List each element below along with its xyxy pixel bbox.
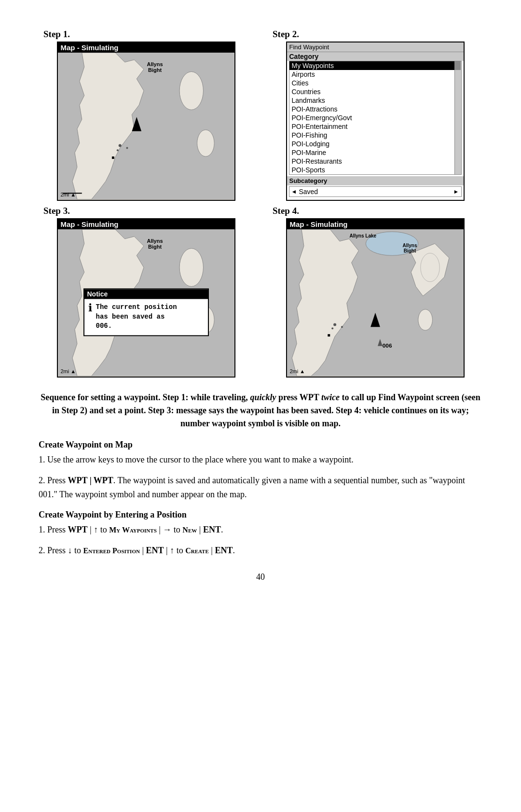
step-4-map-body: 006 Allyns Lake Allyns Bight 2mi ▲	[287, 229, 464, 376]
step-4-place-label: Allyns Bight	[403, 243, 417, 253]
step-1-label: Step 1.	[43, 29, 70, 40]
scroll-indicator[interactable]	[454, 61, 461, 174]
menu-item-mywaypoints[interactable]: My Waypoints	[289, 61, 454, 70]
notice-overlay: Notice ℹ The current positionhas been sa…	[83, 288, 209, 336]
description-text: Sequence for setting a waypoint. Step 1:…	[39, 391, 482, 430]
step-2-block: Step 2. Find Waypoint Category My Waypoi…	[268, 29, 482, 201]
section-1-para2: 2. Press WPT | WPT. The waypoint is save…	[39, 474, 482, 502]
saved-arrow-right-icon: ►	[453, 188, 459, 195]
menu-item-poi-sports[interactable]: POI-Sports	[289, 166, 454, 174]
svg-point-5	[126, 147, 128, 149]
step-2-screen: Find Waypoint Category My Waypoints Airp…	[286, 42, 465, 201]
step-4-screen: Map - Simulating 006	[286, 218, 465, 378]
step-4-block: Step 4. Map - Simulating	[268, 206, 482, 378]
menu-item-poi-lodging[interactable]: POI-Lodging	[289, 140, 454, 148]
step-1-screen: Map - Simulating	[57, 42, 235, 201]
section-2: Create Waypoint by Entering a Position 1…	[39, 510, 482, 558]
section-1-heading: Create Waypoint on Map	[39, 440, 482, 450]
menu-item-cities[interactable]: Cities	[289, 79, 454, 87]
svg-rect-30	[328, 334, 330, 336]
menu-item-poi-entertainment[interactable]: POI-Entertainment	[289, 122, 454, 131]
notice-title: Notice	[84, 289, 208, 299]
new-label: New	[182, 526, 197, 534]
step-1-map-body: Allyns Bight 2mi ▲	[58, 53, 234, 199]
my-waypoints-label: My Waypoints	[109, 526, 157, 534]
step-2-title: Find Waypoint	[287, 42, 464, 52]
step-3-screen: Map - Simulating Allyns Bight	[57, 218, 235, 378]
svg-point-27	[333, 323, 336, 326]
step-2-category-header: Category	[287, 52, 464, 61]
step-1-title: Map - Simulating	[58, 42, 234, 53]
notice-body: ℹ The current positionhas been saved as0…	[84, 299, 208, 335]
step-3-block: Step 3. Map - Simulating Allyns Bight	[39, 206, 253, 378]
step-1-place-label: Allyns Bight	[147, 61, 163, 73]
svg-point-22	[420, 253, 439, 281]
menu-item-countries[interactable]: Countries	[289, 87, 454, 96]
step-2-saved-row: ◄ Saved ►	[289, 186, 462, 197]
step-3-place-label: Allyns Bight	[147, 238, 163, 250]
saved-label: Saved	[299, 188, 318, 196]
svg-point-2	[179, 71, 203, 110]
menu-item-poi-marine[interactable]: POI-Marine	[289, 148, 454, 157]
step-1-map-svg	[58, 53, 234, 199]
description-block: Sequence for setting a waypoint. Step 1:…	[39, 391, 482, 430]
section-1-para1: 1. Use the arrow keys to move the cursor…	[39, 453, 482, 467]
svg-point-6	[116, 149, 118, 151]
notice-text: The current positionhas been saved as006…	[96, 303, 177, 331]
step-4-title: Map - Simulating	[287, 219, 464, 229]
section-2-heading: Create Waypoint by Entering a Position	[39, 510, 482, 520]
menu-item-poi-fishing[interactable]: POI-Fishing	[289, 131, 454, 140]
menu-item-airports[interactable]: Airports	[289, 70, 454, 79]
page-number: 40	[39, 572, 482, 582]
section-1: Create Waypoint on Map 1. Use the arrow …	[39, 440, 482, 501]
saved-arrow-left-icon: ◄	[291, 188, 297, 195]
steps-grid: Step 1. Map - Simulating	[39, 29, 482, 378]
section-2-step2: 2. Press ↓ to Entered Position | ENT | ↑…	[39, 544, 482, 558]
step-2-scroll-area: My Waypoints Airports Cities Countries L…	[289, 61, 462, 175]
svg-point-3	[197, 130, 214, 156]
step-3-label: Step 3.	[43, 206, 70, 216]
svg-point-23	[418, 309, 432, 330]
step-3-map-body: Allyns Bight Notice ℹ The current positi…	[58, 229, 234, 376]
svg-rect-7	[111, 156, 114, 159]
step-3-scale: 2mi ▲	[61, 368, 76, 374]
step-4-map-svg: 006	[287, 229, 464, 376]
step-2-subcategory-header: Subcategory	[287, 176, 464, 185]
svg-point-28	[341, 326, 343, 328]
entered-position-label: Entered Position	[83, 546, 140, 555]
scroll-thumb	[455, 61, 461, 70]
menu-item-poi-emergncy[interactable]: POI-Emergncy/Govt	[289, 113, 454, 122]
section-2-step1: 1. Press WPT | ↑ to My Waypoints | → to …	[39, 523, 482, 537]
svg-point-29	[331, 327, 333, 329]
step-2-label: Step 2.	[273, 29, 299, 40]
step-3-title: Map - Simulating	[58, 219, 234, 229]
step-1-block: Step 1. Map - Simulating	[39, 29, 253, 201]
step-4-scale: 2mi ▲	[290, 368, 305, 374]
menu-item-poi-restaurants[interactable]: POI-Restaurants	[289, 157, 454, 166]
step-1-scale: 2mi ▲	[61, 192, 76, 197]
svg-text:006: 006	[382, 342, 392, 349]
step-4-lake-label: Allyns Lake	[350, 233, 377, 238]
step-4-label: Step 4.	[273, 206, 299, 216]
menu-item-poi-attractions[interactable]: POI-Attractions	[289, 105, 454, 113]
menu-item-landmarks[interactable]: Landmarks	[289, 96, 454, 105]
svg-point-4	[118, 144, 121, 147]
svg-point-12	[179, 248, 203, 286]
info-icon: ℹ	[88, 303, 92, 313]
create-label: Create	[185, 546, 209, 555]
